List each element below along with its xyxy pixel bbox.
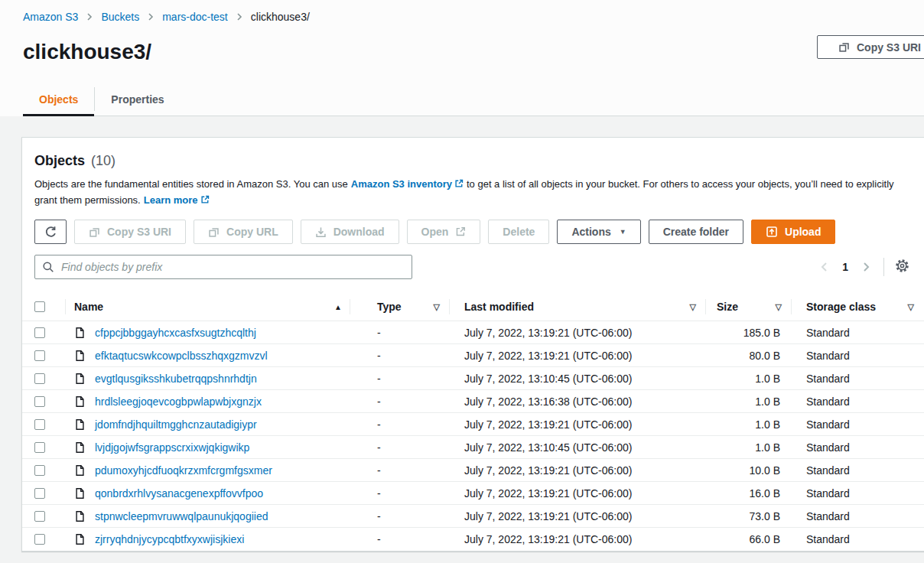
sort-indicator-icon: ▽ xyxy=(690,302,696,312)
column-header-type[interactable]: Type ▽ xyxy=(350,293,449,321)
tab-objects[interactable]: Objects xyxy=(23,85,94,116)
column-header-size[interactable]: Size ▽ xyxy=(705,293,791,321)
upload-icon xyxy=(766,226,778,238)
object-row: qonbrdxrhlvysanacgenexpffovvfpoo - July … xyxy=(22,482,924,505)
pagination: 1 xyxy=(818,258,909,276)
object-storage-class-cell: Standard xyxy=(791,344,924,366)
actions-dropdown-button[interactable]: Actions ▼ xyxy=(557,220,640,244)
select-all-checkbox[interactable] xyxy=(34,301,45,312)
row-checkbox[interactable] xyxy=(34,442,45,453)
object-name-link[interactable]: lvjdjgojwfsgrappscrxixwjqkigwikp xyxy=(95,441,249,454)
sort-ascending-icon: ▲ xyxy=(334,303,342,311)
row-checkbox[interactable] xyxy=(34,373,45,384)
row-checkbox-cell xyxy=(22,390,65,412)
caret-down-icon: ▼ xyxy=(620,228,626,236)
object-name-cell: qonbrdxrhlvysanacgenexpffovvfpoo xyxy=(65,482,350,504)
row-checkbox[interactable] xyxy=(34,350,45,361)
objects-count: (10) xyxy=(91,153,116,168)
file-icon xyxy=(74,464,86,477)
find-objects-input[interactable] xyxy=(34,255,412,279)
row-checkbox-cell xyxy=(22,528,65,551)
object-name-link[interactable]: cfppcjbbggayhcxcasfxsugtzhcqlthj xyxy=(95,327,256,339)
object-name-link[interactable]: jdomfndjhquiltmgghcnzautadigiypr xyxy=(95,418,257,431)
learn-more-link[interactable]: Learn more xyxy=(144,194,210,206)
object-name-link[interactable]: evgtlqusgiksshkubetrqqpshnrhdtjn xyxy=(95,373,257,385)
breadcrumb-current-folder: clickhouse3/ xyxy=(251,11,310,23)
row-checkbox[interactable] xyxy=(34,327,45,338)
object-name-link[interactable]: pdumoxyhjcdfuoqkrzxmfcrgmfgsxmer xyxy=(95,464,272,477)
breadcrumb: Amazon S3 Buckets mars-doc-test clickhou… xyxy=(23,11,924,23)
object-name-link[interactable]: efktaqtucswkcowpclbsszhqxgzmvzvl xyxy=(95,350,268,362)
object-storage-class-cell: Standard xyxy=(791,459,924,481)
copy-s3-uri-header-button[interactable]: Copy S3 URI xyxy=(817,35,924,59)
object-last-modified-cell: July 7, 2022, 13:19:21 (UTC-06:00) xyxy=(449,413,705,435)
refresh-button[interactable] xyxy=(34,220,67,244)
object-type-cell: - xyxy=(350,390,449,412)
table-body: cfppcjbbggayhcxcasfxsugtzhcqlthj - July … xyxy=(22,321,924,551)
tab-properties[interactable]: Properties xyxy=(95,85,180,116)
object-size-cell: 10.0 B xyxy=(705,459,791,481)
object-name-link[interactable]: hrdlsleegjoqevcogbpwlapwbjxgnzjx xyxy=(95,395,262,408)
s3-console-page: Amazon S3 Buckets mars-doc-test clickhou… xyxy=(0,0,924,563)
row-checkbox[interactable] xyxy=(34,534,45,545)
select-all-cell xyxy=(22,293,65,321)
object-name-link[interactable]: zjrryqhdnjycypcqbtfxyxwjisjkiexi xyxy=(95,533,244,545)
page-1-button[interactable]: 1 xyxy=(842,261,848,273)
object-row: hrdlsleegjoqevcogbpwlapwbjxgnzjx - July … xyxy=(22,390,924,413)
row-checkbox[interactable] xyxy=(34,396,45,407)
copy-url-button[interactable]: Copy URL xyxy=(194,220,293,244)
amazon-s3-inventory-link[interactable]: Amazon S3 inventory xyxy=(351,178,464,190)
open-button[interactable]: Open xyxy=(407,220,481,244)
breadcrumb-separator-icon xyxy=(148,12,154,21)
object-name-cell: evgtlqusgiksshkubetrqqpshnrhdtjn xyxy=(65,367,350,389)
preferences-button[interactable] xyxy=(895,259,909,275)
object-size-cell: 1.0 B xyxy=(705,390,791,412)
previous-page-button[interactable] xyxy=(818,259,831,275)
object-type-cell: - xyxy=(350,459,449,481)
row-checkbox-cell xyxy=(22,459,65,481)
object-size-cell: 1.0 B xyxy=(705,413,791,435)
object-name-link[interactable]: stpnwcleepmvruwwqlpaunukjqogiied xyxy=(95,510,268,522)
download-button[interactable]: Download xyxy=(301,220,399,244)
object-last-modified-cell: July 7, 2022, 13:16:38 (UTC-06:00) xyxy=(449,390,705,412)
page-title: clickhouse3/ xyxy=(23,40,924,64)
column-header-storage-class[interactable]: Storage class ▽ xyxy=(791,293,924,321)
file-icon xyxy=(74,510,86,522)
object-name-cell: pdumoxyhjcdfuoqkrzxmfcrgmfgsxmer xyxy=(65,459,350,481)
object-size-cell: 66.0 B xyxy=(705,528,791,551)
upload-button[interactable]: Upload xyxy=(751,220,835,244)
object-type-cell: - xyxy=(350,413,449,435)
pagination-divider xyxy=(883,258,884,276)
row-checkbox-cell xyxy=(22,482,65,504)
row-checkbox[interactable] xyxy=(34,465,45,476)
objects-table: Name ▲ Type ▽ Last modified ▽ Size ▽ xyxy=(22,293,924,551)
row-checkbox[interactable] xyxy=(34,511,45,522)
object-size-cell: 73.0 B xyxy=(705,505,791,527)
file-icon xyxy=(74,487,86,500)
column-header-name[interactable]: Name ▲ xyxy=(65,293,350,321)
breadcrumb-link-bucket[interactable]: mars-doc-test xyxy=(162,11,228,23)
object-name-link[interactable]: qonbrdxrhlvysanacgenexpffovvfpoo xyxy=(95,487,263,500)
breadcrumb-separator-icon xyxy=(86,12,93,21)
object-storage-class-cell: Standard xyxy=(791,321,924,343)
breadcrumb-link-buckets[interactable]: Buckets xyxy=(101,11,139,23)
object-storage-class-cell: Standard xyxy=(791,413,924,435)
row-checkbox[interactable] xyxy=(34,488,45,499)
copy-s3-uri-button[interactable]: Copy S3 URI xyxy=(74,220,186,244)
column-header-last-modified[interactable]: Last modified ▽ xyxy=(449,293,705,321)
file-icon xyxy=(74,350,86,362)
breadcrumb-link-amazon-s3[interactable]: Amazon S3 xyxy=(23,11,78,23)
object-name-cell: lvjdjgojwfsgrappscrxixwjqkigwikp xyxy=(65,436,350,458)
download-icon xyxy=(315,226,327,238)
row-checkbox[interactable] xyxy=(34,419,45,430)
row-checkbox-cell xyxy=(22,321,65,343)
object-type-cell: - xyxy=(350,436,449,458)
delete-button[interactable]: Delete xyxy=(488,220,549,244)
create-folder-button[interactable]: Create folder xyxy=(649,220,743,244)
object-name-cell: jdomfndjhquiltmgghcnzautadigiypr xyxy=(65,413,350,435)
next-page-button[interactable] xyxy=(859,259,873,275)
object-storage-class-cell: Standard xyxy=(791,390,924,412)
row-checkbox-cell xyxy=(22,344,65,366)
file-icon xyxy=(74,418,86,431)
object-size-cell: 80.0 B xyxy=(705,344,791,366)
